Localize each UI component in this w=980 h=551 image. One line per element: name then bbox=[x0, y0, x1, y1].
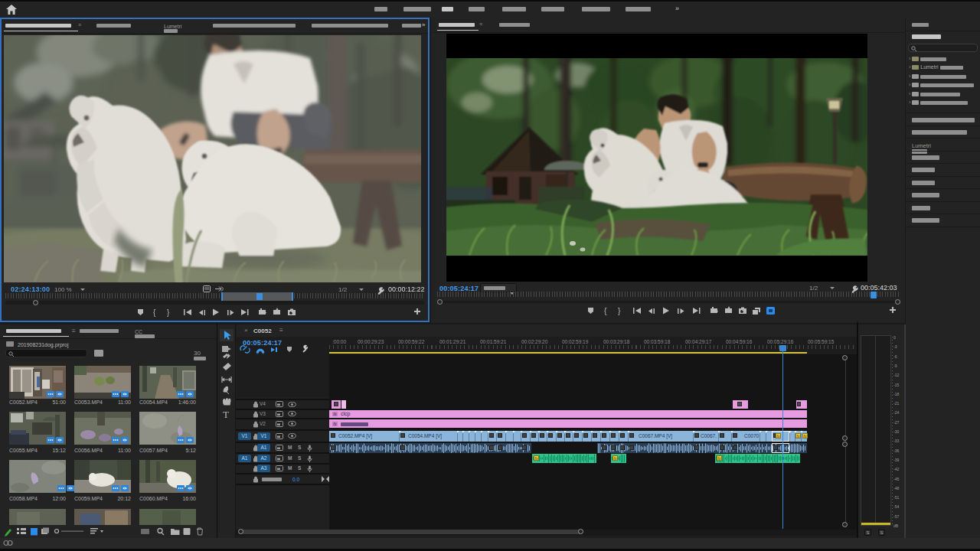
svg-text:}: } bbox=[167, 308, 170, 317]
svg-text:T: T bbox=[223, 409, 229, 420]
svg-text:{: { bbox=[153, 308, 156, 317]
svg-text:{: { bbox=[604, 307, 607, 315]
svg-text:}: } bbox=[618, 307, 621, 315]
